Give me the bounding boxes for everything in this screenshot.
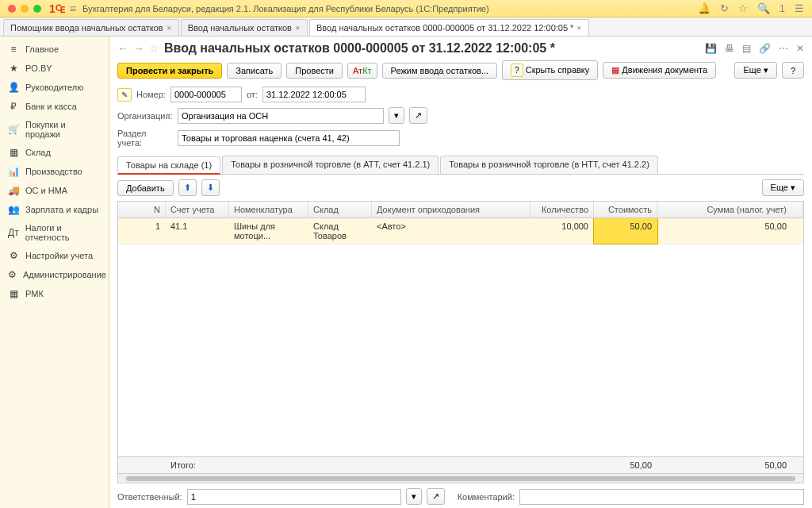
nav-warehouse[interactable]: ▦Склад: [0, 143, 109, 162]
nav-taxes[interactable]: ДтНалоги и отчетность: [0, 219, 109, 246]
nav-main[interactable]: ≡Главное: [0, 40, 109, 59]
horizontal-scrollbar[interactable]: [118, 473, 803, 483]
people-icon: 👥: [8, 204, 19, 215]
close-icon[interactable]: ✕: [295, 25, 301, 32]
nav-sales[interactable]: 🛒Покупки и продажи: [0, 116, 109, 143]
comment-input[interactable]: [519, 489, 804, 505]
cell-n[interactable]: 1: [118, 218, 166, 244]
col-cost[interactable]: Стоимость: [594, 202, 657, 217]
tab-retail-ntt[interactable]: Товары в розничной торговле (в НТТ, счет…: [440, 156, 658, 174]
dtct-icon: Дт: [8, 227, 19, 238]
number-input[interactable]: [170, 87, 242, 102]
total-cost: 50,00: [594, 457, 657, 473]
search-icon[interactable]: 🔍: [757, 2, 770, 14]
titlebar: 1₠ ≡ Бухгалтерия для Беларуси, редакция …: [0, 0, 812, 17]
org-open[interactable]: ↗: [409, 107, 427, 124]
nav-label: Налоги и отчетность: [25, 223, 101, 242]
save-button[interactable]: Записать: [227, 63, 282, 79]
col-account[interactable]: Счет учета: [166, 202, 229, 217]
star-icon[interactable]: ☆: [738, 2, 748, 14]
table-footer: Итого: 50,00 50,00: [118, 456, 803, 473]
link-icon[interactable]: 🔗: [759, 43, 771, 54]
responsible-open[interactable]: ↗: [427, 488, 445, 505]
cell-sum[interactable]: 50,00: [657, 218, 803, 244]
nav-production[interactable]: 📊Производство: [0, 162, 109, 181]
tab-label: Помощник ввода начальных остатков: [10, 23, 163, 33]
items-table: N Счет учета Номенклатура Склад Документ…: [117, 201, 804, 483]
close-icon[interactable]: [8, 5, 16, 13]
zoom-icon[interactable]: [33, 5, 41, 13]
nav-assets[interactable]: 🚚ОС и НМА: [0, 181, 109, 200]
nav-label: Настройки учета: [25, 251, 93, 260]
doc-tab-2[interactable]: Ввод начальных остатков 0000-000005 от 3…: [309, 19, 589, 36]
bell-icon[interactable]: 🔔: [698, 2, 710, 14]
cell-qty[interactable]: 10,000: [530, 218, 594, 244]
comment-label: Комментарий:: [458, 492, 515, 502]
col-sum[interactable]: Сумма (налог. учет): [657, 202, 803, 217]
nav-bank[interactable]: ₽Банк и касса: [0, 97, 109, 116]
org-input[interactable]: [178, 108, 384, 124]
section-input[interactable]: [178, 130, 400, 146]
close-icon[interactable]: ✕: [576, 25, 582, 32]
back-button[interactable]: ←: [117, 42, 128, 55]
post-close-button[interactable]: Провести и закрыть: [117, 63, 222, 79]
col-n[interactable]: N: [118, 202, 166, 217]
window-controls[interactable]: [8, 5, 41, 13]
post-button[interactable]: Провести: [286, 63, 343, 79]
document-tabs: Помощник ввода начальных остатков✕ Ввод …: [0, 17, 812, 37]
dtct-button[interactable]: АтКт: [347, 63, 377, 79]
responsible-input[interactable]: [187, 489, 401, 505]
grid-icon: ▦: [8, 288, 19, 299]
nav-label: Банк и касса: [25, 102, 77, 111]
number-label: Номер:: [136, 90, 166, 99]
date-input[interactable]: [262, 87, 366, 102]
page-icon[interactable]: ▤: [742, 43, 751, 54]
save-icon[interactable]: 💾: [705, 43, 717, 54]
move-down-button[interactable]: ⬇: [201, 179, 220, 196]
app-title: Бухгалтерия для Беларуси, редакция 2.1. …: [82, 4, 489, 13]
nav-label: Руководителю: [25, 83, 83, 92]
nav-rmk[interactable]: ▦РМК: [0, 284, 109, 303]
sidebar: ≡Главное ★PO.BY 👤Руководителю ₽Банк и ка…: [0, 37, 109, 508]
col-warehouse[interactable]: Склад: [308, 202, 372, 217]
more-button[interactable]: Еще ▾: [734, 62, 776, 79]
responsible-dropdown[interactable]: ▾: [406, 488, 422, 505]
menu-icon[interactable]: ☰: [795, 2, 804, 14]
col-doc[interactable]: Документ оприходования: [372, 202, 530, 217]
add-button[interactable]: Добавить: [117, 180, 174, 196]
help-button[interactable]: ?: [782, 62, 804, 79]
nav-salary[interactable]: 👥Зарплата и кадры: [0, 200, 109, 219]
doc-tab-0[interactable]: Помощник ввода начальных остатков✕: [3, 19, 179, 36]
close-icon[interactable]: ✕: [796, 43, 804, 54]
tab-retail-att[interactable]: Товары в розничной торговле (в АТТ, счет…: [222, 156, 439, 174]
cell-doc[interactable]: <Авто>: [372, 218, 530, 244]
minimize-icon[interactable]: [21, 5, 29, 13]
hide-help-button[interactable]: ? Скрыть справку: [502, 60, 598, 80]
doc-tab-1[interactable]: Ввод начальных остатков✕: [181, 19, 308, 36]
mode-button[interactable]: Режим ввода остатков...: [382, 63, 498, 79]
section-label: Раздел учета:: [117, 129, 173, 148]
cell-account[interactable]: 41.1: [166, 218, 229, 244]
org-dropdown[interactable]: ▾: [389, 107, 404, 124]
move-up-button[interactable]: ⬆: [178, 179, 197, 196]
col-qty[interactable]: Количество: [530, 202, 594, 217]
cell-warehouse[interactable]: Склад Товаров: [308, 218, 372, 244]
nav-label: Зарплата и кадры: [25, 205, 98, 214]
tab-stock[interactable]: Товары на складе (1): [117, 156, 220, 175]
cell-cost[interactable]: 50,00: [594, 218, 657, 244]
close-icon[interactable]: ✕: [167, 25, 172, 32]
table-row[interactable]: 1 41.1 Шины для мотоци... Склад Товаров …: [118, 218, 803, 244]
table-more-button[interactable]: Еще ▾: [762, 179, 804, 196]
movements-button[interactable]: ▦ Движения документа: [603, 62, 716, 79]
favorite-icon[interactable]: ☆: [149, 42, 159, 55]
history-icon[interactable]: ↻: [720, 2, 729, 14]
nav-poby[interactable]: ★PO.BY: [0, 59, 109, 78]
col-nomenclature[interactable]: Номенклатура: [229, 202, 308, 217]
nav-manager[interactable]: 👤Руководителю: [0, 78, 109, 97]
print-icon[interactable]: 🖶: [725, 43, 734, 54]
nav-admin[interactable]: ⚙Администрирование: [0, 265, 109, 284]
cell-nomenclature[interactable]: Шины для мотоци...: [229, 218, 308, 244]
nav-settings[interactable]: ⚙Настройки учета: [0, 246, 109, 265]
more-icon[interactable]: ⋯: [779, 43, 788, 54]
forward-button[interactable]: →: [133, 42, 144, 55]
